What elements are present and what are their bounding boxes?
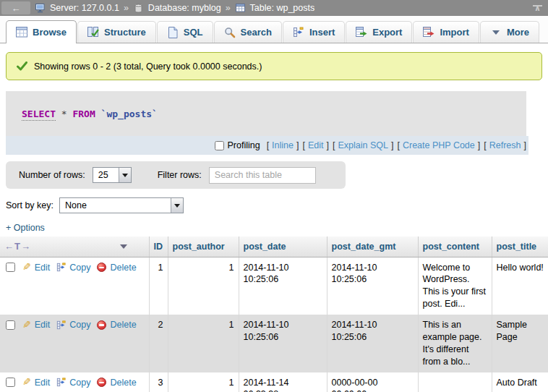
cell-post-date: 2014-11-10 10:25:06 xyxy=(239,315,327,372)
structure-icon xyxy=(87,27,99,38)
header-post-title[interactable]: post_title xyxy=(492,237,548,257)
header-post-author[interactable]: post_author xyxy=(168,237,239,257)
cell-post-content xyxy=(418,372,492,392)
bracket: ] xyxy=(327,140,329,150)
tab-export[interactable]: Export xyxy=(346,21,412,43)
breadcrumb-server[interactable]: Server: 127.0.0.1 xyxy=(35,2,119,14)
bracket: ] xyxy=(524,140,526,150)
import-icon xyxy=(423,27,434,38)
tab-label: Import xyxy=(440,27,468,38)
bracket: [ xyxy=(267,140,269,150)
search-icon xyxy=(224,27,236,38)
back-arrow-icon: ← xyxy=(12,3,21,14)
copy-icon xyxy=(56,263,66,272)
transpose-icon[interactable]: ← T → xyxy=(4,241,30,252)
cell-id: 2 xyxy=(149,315,168,372)
success-check-icon xyxy=(16,61,27,72)
copy-link[interactable]: Copy xyxy=(69,262,90,274)
breadcrumb-database-label: Database: myblog xyxy=(148,3,221,13)
tab-label: Export xyxy=(372,27,402,38)
tab-more[interactable]: More xyxy=(480,21,539,43)
row-actions-cell: ✎ Edit Copy Delete xyxy=(0,315,149,372)
cell-post-date-gmt: 2014-11-10 10:25:06 xyxy=(327,315,418,372)
sort-by-key-label: Sort by key: xyxy=(6,200,53,210)
row-select-checkbox[interactable] xyxy=(6,320,15,330)
header-actions: ← T → xyxy=(0,237,149,257)
cell-post-title: Auto Draft xyxy=(492,372,548,392)
breadcrumb-table[interactable]: Table: wp_posts xyxy=(235,2,315,14)
rows-filter-bar: Number of rows: 25 Filter rows: xyxy=(6,161,346,189)
breadcrumb-separator: » xyxy=(226,3,231,13)
arrow-left-icon: ← xyxy=(4,241,14,252)
export-icon xyxy=(356,27,367,38)
delete-link[interactable]: Delete xyxy=(110,319,136,331)
inline-link[interactable]: Inline xyxy=(272,140,294,150)
tab-sql[interactable]: SQL xyxy=(157,21,213,43)
edit-query-link[interactable]: Edit xyxy=(308,140,324,150)
dropdown-arrow-icon xyxy=(119,168,131,182)
tab-search[interactable]: Search xyxy=(214,21,282,43)
results-table: ← T → ID post_author post_date post_date… xyxy=(0,237,548,392)
tab-structure[interactable]: Structure xyxy=(77,21,156,43)
header-post-date[interactable]: post_date xyxy=(239,237,327,257)
table-row: ✎ Edit Copy Delete 3 1 2014-11-14 06:33:… xyxy=(0,372,548,392)
row-select-checkbox[interactable] xyxy=(6,263,15,272)
cell-post-content: This is an example page. It's different … xyxy=(418,315,492,372)
delete-link[interactable]: Delete xyxy=(110,262,136,274)
tab-insert[interactable]: Insert xyxy=(283,21,345,43)
table-row: ✎ Edit Copy Delete 2 1 2014-11-10 10:25:… xyxy=(0,315,548,372)
options-toggle-link[interactable]: + Options xyxy=(6,223,45,233)
browse-icon xyxy=(16,27,27,38)
bracket: [ xyxy=(397,140,399,150)
delete-link[interactable]: Delete xyxy=(110,377,136,389)
row-actions-cell: ✎ Edit Copy Delete xyxy=(0,257,149,315)
actions-caret-icon[interactable] xyxy=(120,244,127,249)
sql-table-identifier: `wp_posts` xyxy=(101,108,158,119)
sql-keyword-from: FROM xyxy=(72,108,95,119)
edit-link[interactable]: Edit xyxy=(35,377,51,389)
header-post-content[interactable]: post_content xyxy=(418,237,492,257)
copy-link[interactable]: Copy xyxy=(69,319,90,331)
copy-link[interactable]: Copy xyxy=(69,377,90,389)
row-select-checkbox[interactable] xyxy=(6,378,15,387)
edit-pencil-icon: ✎ xyxy=(22,378,31,387)
breadcrumb-separator: » xyxy=(124,3,129,13)
profiling-label[interactable]: Profiling xyxy=(227,140,260,150)
tab-label: Insert xyxy=(309,27,335,38)
sql-icon xyxy=(167,27,179,38)
header-id[interactable]: ID xyxy=(149,237,168,257)
breadcrumb-bar: ← Server: 127.0.0.1 » Database: myblog »… xyxy=(0,0,548,16)
row-actions-cell: ✎ Edit Copy Delete xyxy=(0,372,149,392)
explain-sql-link[interactable]: Explain SQL xyxy=(338,140,388,150)
cell-id: 1 xyxy=(149,257,168,315)
header-post-date-gmt[interactable]: post_date_gmt xyxy=(327,237,418,257)
edit-link[interactable]: Edit xyxy=(35,262,51,274)
breadcrumb-database[interactable]: Database: myblog xyxy=(133,2,221,14)
insert-icon xyxy=(293,27,304,38)
cell-post-author: 1 xyxy=(168,257,239,315)
success-message-text: Showing rows 0 - 2 (3 total, Query took … xyxy=(34,61,262,72)
collapse-panel-icon[interactable]: ∧ xyxy=(533,5,542,12)
success-message: Showing rows 0 - 2 (3 total, Query took … xyxy=(6,52,542,80)
cell-post-date: 2014-11-14 06:33:38 xyxy=(239,372,327,392)
cell-post-date-gmt: 2014-11-10 10:25:06 xyxy=(327,257,418,315)
sql-keyword-select[interactable]: SELECT xyxy=(22,108,56,121)
cell-post-author: 1 xyxy=(168,315,239,372)
cell-post-date-gmt: 0000-00-00 00:00:00 xyxy=(327,372,418,392)
sort-key-select[interactable]: None xyxy=(59,197,184,213)
bracket: ] xyxy=(478,140,480,150)
cell-post-content: Welcome to WordPress. This is your first… xyxy=(418,257,492,315)
delete-icon xyxy=(97,378,106,387)
tab-import[interactable]: Import xyxy=(413,21,479,43)
edit-link[interactable]: Edit xyxy=(35,319,51,331)
breadcrumb-table-label: Table: wp_posts xyxy=(250,3,315,13)
arrow-right-icon: → xyxy=(21,241,30,252)
tab-browse[interactable]: Browse xyxy=(6,20,77,43)
create-php-code-link[interactable]: Create PHP Code xyxy=(403,140,475,150)
profiling-checkbox[interactable] xyxy=(215,141,224,150)
number-of-rows-select[interactable]: 25 xyxy=(93,167,132,183)
back-button[interactable]: ← xyxy=(1,1,30,14)
bracket: ] xyxy=(391,140,393,150)
filter-rows-input[interactable] xyxy=(209,167,316,184)
refresh-link[interactable]: Refresh xyxy=(489,140,521,150)
